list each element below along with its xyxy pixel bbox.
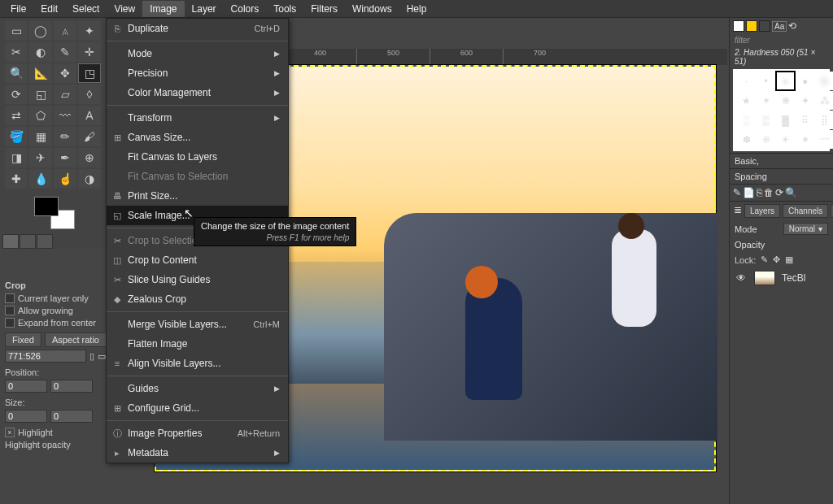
layer-row[interactable]: 👁 TecBl [730,267,833,289]
swatch-white[interactable] [733,20,744,32]
chk-allow-growing[interactable] [5,306,15,315]
menu-filters[interactable]: Filters [303,1,345,17]
brush-del-icon[interactable]: 🗑 [764,187,774,198]
brush-item[interactable]: ● [776,72,795,90]
brush-filter[interactable]: filter [730,34,833,46]
tab-channels[interactable]: Channels [783,204,828,218]
swatch-dark[interactable] [759,20,770,32]
chk-current-layer[interactable] [5,293,15,303]
swatch-yellow[interactable] [746,20,757,32]
orient-icon[interactable]: ▯ [89,351,94,362]
menu-help[interactable]: Help [399,1,434,17]
menu-windows[interactable]: Windows [345,1,399,17]
tool-zoom[interactable]: 🔍 [5,63,28,83]
brush-refresh-icon[interactable]: ⟳ [775,187,783,198]
menu-item-configure-grid-[interactable]: ⊞Configure Grid... [107,398,288,418]
brush-item[interactable]: ✶ [757,91,775,110]
brush-item[interactable]: ❊ [757,130,775,149]
tool-heal[interactable]: ✚ [5,169,28,189]
menu-item-crop-to-content[interactable]: ◫Crop to Content [107,250,288,270]
pos-x[interactable] [5,380,47,393]
btn-fixed[interactable]: Fixed [5,332,41,347]
layer-name[interactable]: TecBl [782,272,805,284]
brush-zoom-icon[interactable]: 🔍 [785,187,797,198]
tool-smudge[interactable]: ☝ [54,169,76,189]
menu-item-image-properties[interactable]: ⓘImage PropertiesAlt+Return [107,424,288,443]
tool-pencil[interactable]: ✏ [54,127,76,146]
size-w[interactable] [5,410,47,423]
menu-image[interactable]: Image [142,1,184,17]
tool-rect-select[interactable]: ▭ [5,21,28,41]
tool-ellipse-select[interactable]: ◯ [29,21,52,41]
menu-item-guides[interactable]: Guides▶ [107,379,288,398]
lock-alpha-icon[interactable]: ▦ [785,254,793,265]
menu-item-mode[interactable]: Mode▶ [107,44,288,63]
menu-tools[interactable]: Tools [266,1,303,17]
brush-item[interactable]: ❋ [776,91,795,110]
chk-expand-center[interactable] [5,318,15,328]
tool-scale[interactable]: ◱ [29,85,52,104]
tool-warp[interactable]: 〰 [54,106,76,125]
color-swatches[interactable] [34,197,75,229]
brush-item[interactable]: ★ [737,91,756,110]
tool-move[interactable]: ✥ [54,63,76,83]
tool-paths[interactable]: ✎ [54,42,76,62]
brush-item[interactable]: ✦ [796,91,814,110]
brush-dup-icon[interactable]: ⎘ [757,187,762,198]
size-h[interactable] [50,410,93,423]
tool-eraser[interactable]: ◨ [5,148,28,167]
tab-tool-options[interactable] [2,234,19,249]
fg-color[interactable] [34,197,59,216]
menu-item-print-size-[interactable]: 🖶Print Size... [107,186,288,206]
menu-item-canvas-size-[interactable]: ⊞Canvas Size... [107,128,288,147]
menu-select[interactable]: Select [65,1,107,17]
tab-layers[interactable]: Layers [744,204,780,218]
brush-item[interactable]: ● [796,72,814,90]
brush-item[interactable]: • [757,72,775,90]
menu-colors[interactable]: Colors [224,1,267,17]
visibility-icon[interactable]: 👁 [735,272,748,284]
brush-item[interactable]: ▓ [776,111,795,129]
menu-item-precision[interactable]: Precision▶ [107,63,288,83]
tool-crop[interactable]: ◳ [78,63,101,83]
tool-measure[interactable]: 📐 [29,63,52,83]
tool-free-select[interactable]: ⟑ [54,21,76,41]
history-icon[interactable]: ⟲ [788,20,796,32]
menu-item-merge-visible-layers-[interactable]: Merge Visible Layers...Ctrl+M [107,315,288,334]
tool-shear[interactable]: ▱ [54,85,76,104]
brush-new-icon[interactable]: 📄 [743,187,755,198]
select-mode[interactable]: Normal▾ [783,223,828,235]
brush-spacing[interactable]: Spacing [730,168,833,184]
menu-item-metadata[interactable]: ▸Metadata▶ [107,443,288,463]
tool-text[interactable]: A [78,106,101,125]
brush-item[interactable]: ✽ [737,130,756,149]
input-aspect[interactable] [5,350,86,363]
brush-item[interactable]: ⣿ [815,111,833,129]
tool-fuzzy-select[interactable]: ✦ [78,21,101,41]
menu-view[interactable]: View [107,1,142,17]
tab-images[interactable] [37,234,53,249]
menu-item-slice-using-guides[interactable]: ✂Slice Using Guides [107,270,288,289]
tab-device[interactable] [20,234,36,249]
brush-item[interactable]: ● [815,72,833,90]
menu-item-zealous-crop[interactable]: ◆Zealous Crop [107,289,288,309]
menu-item-color-management[interactable]: Color Management▶ [107,83,288,102]
brush-item[interactable]: ⠿ [796,111,814,129]
tool-paintbrush[interactable]: 🖌 [78,127,101,146]
tool-flip[interactable]: ⇄ [5,106,28,125]
tool-scissors[interactable]: ✂ [5,42,28,62]
menu-item-fit-canvas-to-layers[interactable]: Fit Canvas to Layers [107,147,288,167]
pos-y[interactable] [50,380,93,393]
tool-color-picker[interactable]: ✛ [78,42,101,62]
tool-blur[interactable]: 💧 [29,169,52,189]
menu-edit[interactable]: Edit [33,1,65,17]
menu-item-duplicate[interactable]: ⎘DuplicateCtrl+D [107,19,288,38]
tool-perspective[interactable]: ◊ [78,85,101,104]
orient-icon-2[interactable]: ▭ [98,351,106,362]
brush-item[interactable]: ☀ [776,130,795,149]
tool-ink[interactable]: ✒ [54,148,76,167]
brush-edit-icon[interactable]: ✎ [733,187,741,198]
tool-rotate[interactable]: ⟳ [5,85,28,104]
tool-airbrush[interactable]: ✈ [29,148,52,167]
menu-layer[interactable]: Layer [185,1,224,17]
